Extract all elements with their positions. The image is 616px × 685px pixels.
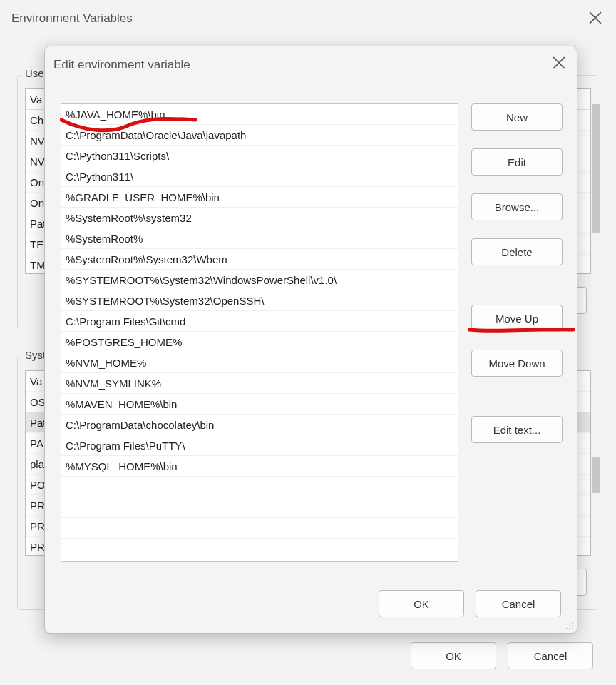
path-entry-empty[interactable] [61,497,458,518]
resize-grip-icon[interactable] [564,620,574,630]
path-entry[interactable]: %SystemRoot%\system32 [61,208,458,228]
move-down-button[interactable]: Move Down [471,350,563,377]
svg-point-8 [569,628,570,629]
path-entry[interactable]: %SystemRoot%\System32\Wbem [61,249,458,270]
path-entry[interactable]: C:\Python311\Scripts\ [61,146,458,166]
svg-point-9 [572,628,573,629]
path-entry[interactable]: %GRADLE_USER_HOME%\bin [61,187,458,208]
move-up-button[interactable]: Move Up [471,305,563,332]
path-entry[interactable]: %NVM_HOME% [61,352,458,373]
path-entry[interactable]: %SYSTEMROOT%\System32\OpenSSH\ [61,290,458,311]
svg-point-6 [572,625,573,626]
edit-path-ok-button[interactable]: OK [379,590,464,617]
path-entry-empty[interactable] [61,518,458,539]
path-entry[interactable]: %SYSTEMROOT%\System32\WindowsPowerShell\… [61,270,458,290]
path-entry[interactable]: C:\ProgramData\Oracle\Java\javapath [61,125,458,146]
path-entry[interactable]: %SystemRoot% [61,228,458,249]
path-entry[interactable]: %MAVEN_HOME%\bin [61,394,458,415]
path-entries-listbox[interactable]: %JAVA_HOME%\bin C:\ProgramData\Oracle\Ja… [61,103,458,562]
edit-text-button[interactable]: Edit text... [471,416,563,443]
scrollbar-thumb[interactable] [592,104,600,233]
new-button[interactable]: New [471,103,563,131]
browse-button[interactable]: Browse... [471,193,563,220]
path-entry[interactable]: C:\Python311\ [61,166,458,187]
edit-path-dialog: Edit environment variable %JAVA_HOME%\bi… [44,46,578,634]
close-icon[interactable] [589,11,602,24]
path-entry-empty[interactable] [61,539,458,559]
svg-point-7 [566,628,568,629]
path-entry-empty[interactable] [61,477,458,497]
path-entry[interactable]: %MYSQL_HOME%\bin [61,456,458,477]
close-icon[interactable] [553,56,565,69]
env-vars-title: Environment Variables [11,11,133,26]
path-entry[interactable]: %JAVA_HOME%\bin [61,104,458,125]
path-entry[interactable]: C:\ProgramData\chocolatey\bin [61,415,458,435]
env-ok-button[interactable]: OK [411,642,496,669]
svg-point-5 [569,625,570,626]
path-entry[interactable]: C:\Program Files\Git\cmd [61,311,458,332]
svg-point-4 [572,622,573,624]
path-entry[interactable]: %POSTGRES_HOME% [61,332,458,352]
path-entry[interactable]: C:\Program Files\PuTTY\ [61,435,458,456]
env-cancel-button[interactable]: Cancel [508,642,593,669]
edit-path-cancel-button[interactable]: Cancel [476,590,561,617]
edit-button[interactable]: Edit [471,148,563,176]
path-entry[interactable]: %NVM_SYMLINK% [61,373,458,394]
edit-path-button-column: New Edit Browse... Delete Move Up Move D… [471,103,564,461]
edit-path-title: Edit environment variable [53,58,190,72]
delete-button[interactable]: Delete [471,238,563,265]
scrollbar-thumb[interactable] [592,457,600,493]
